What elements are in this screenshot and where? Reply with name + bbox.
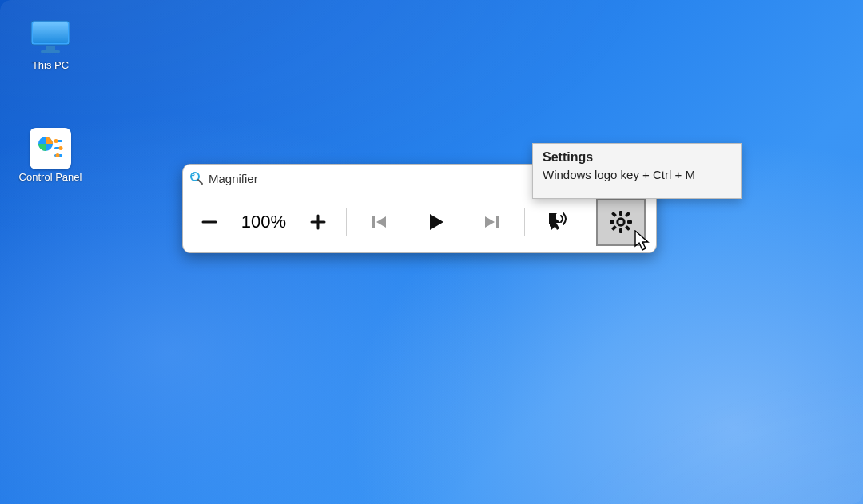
play-button[interactable] [408, 198, 463, 246]
previous-button[interactable] [352, 198, 408, 246]
zoom-out-button[interactable] [186, 198, 233, 246]
svg-point-9 [59, 146, 63, 150]
svg-rect-1 [33, 22, 68, 43]
control-panel-icon [28, 131, 73, 166]
zoom-level: 100% [233, 212, 295, 232]
next-button[interactable] [463, 198, 519, 246]
svg-rect-33 [611, 212, 617, 217]
svg-rect-31 [610, 220, 614, 224]
svg-rect-34 [625, 225, 630, 231]
magnifier-app-icon [189, 171, 204, 185]
settings-button[interactable] [596, 198, 646, 246]
gear-icon [609, 210, 633, 234]
tooltip-title: Settings [543, 150, 731, 165]
svg-rect-30 [619, 228, 622, 233]
svg-point-10 [56, 153, 60, 157]
desktop-icon-label: This PC [6, 59, 94, 71]
svg-rect-32 [627, 220, 632, 224]
svg-point-8 [54, 139, 58, 143]
separator [346, 208, 347, 236]
separator [591, 208, 591, 236]
monitor-icon [28, 19, 73, 54]
magnifier-toolbar: 100% [183, 192, 656, 252]
separator [524, 208, 525, 236]
svg-line-12 [198, 180, 202, 184]
desktop-icon-control-panel[interactable]: Control Panel [6, 131, 94, 183]
read-aloud-button[interactable] [530, 198, 586, 246]
svg-rect-24 [496, 216, 499, 228]
settings-tooltip: Settings Windows logo key + Ctrl + M [532, 143, 742, 199]
svg-rect-29 [619, 211, 622, 216]
svg-marker-22 [430, 214, 443, 230]
window-title: Magnifier [209, 172, 258, 185]
svg-rect-3 [41, 50, 60, 53]
desktop-icon-this-pc[interactable]: This PC [6, 19, 94, 71]
tooltip-shortcut: Windows logo key + Ctrl + M [543, 168, 731, 181]
desktop-icon-label: Control Panel [6, 171, 94, 183]
svg-rect-2 [46, 46, 55, 50]
svg-rect-35 [625, 212, 630, 217]
svg-point-28 [618, 219, 624, 225]
svg-marker-21 [376, 216, 386, 228]
svg-marker-23 [485, 216, 495, 228]
zoom-in-button[interactable] [295, 198, 341, 246]
svg-rect-20 [372, 216, 375, 228]
svg-rect-36 [611, 225, 617, 231]
